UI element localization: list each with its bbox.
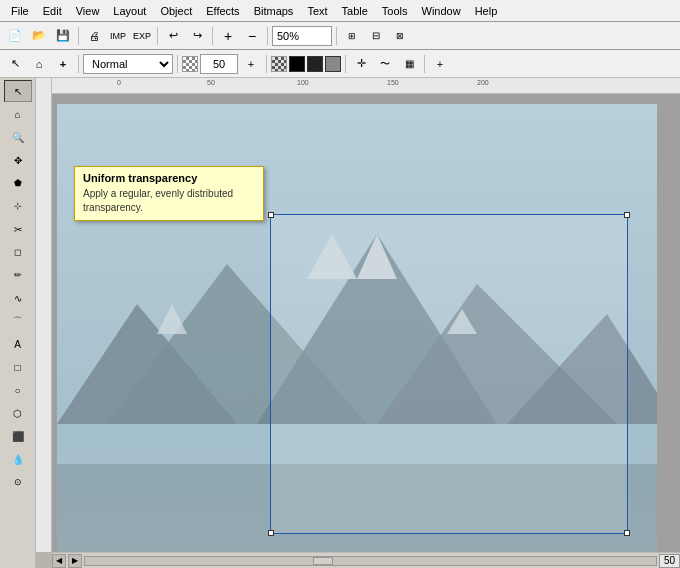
toolbar1: 📄 📂 💾 🖨 IMP EXP ↩ ↪ + − 50% ⊞ ⊟ ⊠ [0,22,680,50]
menu-tools[interactable]: Tools [375,3,415,19]
text-tool[interactable]: A [4,333,32,355]
bezier-tool[interactable]: ∿ [4,287,32,309]
import-button[interactable]: IMP [107,25,129,47]
ruler-top: 0 50 100 150 200 [52,78,680,94]
zoom-out-button[interactable]: − [241,25,263,47]
outline-tool[interactable]: ⊙ [4,471,32,493]
sep1 [78,27,79,45]
tb-dark-btn[interactable] [307,56,323,72]
ruler-tick-0: 0 [117,79,121,86]
connector-tool[interactable]: ⌒ [4,310,32,332]
scroll-thumb[interactable] [313,557,333,565]
sep3 [212,27,213,45]
sep10 [424,55,425,73]
page-number: 50 [659,554,680,568]
menu-edit[interactable]: Edit [36,3,69,19]
open-button[interactable]: 📂 [28,25,50,47]
menu-help[interactable]: Help [468,3,505,19]
zoom-tool[interactable]: 🔍 [4,126,32,148]
tooltip-description: Apply a regular, evenly distributed tran… [83,187,255,215]
handle-tr[interactable] [624,212,630,218]
ruler-tick-100: 100 [297,79,309,86]
menu-bitmaps[interactable]: Bitmaps [247,3,301,19]
crop-tool[interactable]: ⊹ [4,195,32,217]
sep8 [266,55,267,73]
snap-button[interactable]: ⊠ [389,25,411,47]
undo-button[interactable]: ↩ [162,25,184,47]
fill-tool[interactable]: ⬛ [4,425,32,447]
menu-view[interactable]: View [69,3,107,19]
tools-panel: ↖ ⌂ 🔍 ✥ ⬟ ⊹ ✂ ◻ ✏ ∿ ⌒ A □ ○ ⬡ ⬛ 💧 ⊙ [0,78,36,568]
gradient-btn[interactable]: ▦ [398,53,420,75]
scroll-left-btn[interactable]: ◀ [52,554,66,568]
menu-effects[interactable]: Effects [199,3,246,19]
polygon-tool[interactable]: ⬡ [4,402,32,424]
scrollbar-bottom: ◀ ▶ 50 [52,552,680,568]
sep7 [177,55,178,73]
menubar: File Edit View Layout Object Effects Bit… [0,0,680,22]
scroll-right-btn[interactable]: ▶ [68,554,82,568]
grid-button[interactable]: ⊟ [365,25,387,47]
knife-tool[interactable]: ✂ [4,218,32,240]
selection-rect [270,214,628,534]
freehand-tool[interactable]: ⌂ [4,103,32,125]
canvas-content[interactable] [52,94,680,552]
eyedropper-tool[interactable]: 💧 [4,448,32,470]
toolbar2: ↖ ⌂ + Normal Multiply Screen 50 + ✛ 〜 ▦ … [0,50,680,78]
zoom-input[interactable]: 50% [272,26,332,46]
ellipse-tool[interactable]: ○ [4,379,32,401]
ruler-tick-200: 200 [477,79,489,86]
eraser-tool[interactable]: ◻ [4,241,32,263]
scroll-track[interactable] [84,556,657,566]
home-tool-btn[interactable]: ⌂ [28,53,50,75]
opacity-input[interactable]: 50 [200,54,238,74]
mode-select[interactable]: Normal Multiply Screen [83,54,173,74]
menu-window[interactable]: Window [415,3,468,19]
redo-button[interactable]: ↪ [186,25,208,47]
pointer-tool-btn[interactable]: ↖ [4,53,26,75]
new-button[interactable]: 📄 [4,25,26,47]
sep6 [78,55,79,73]
menu-table[interactable]: Table [335,3,375,19]
menu-object[interactable]: Object [153,3,199,19]
select-tool[interactable]: ↖ [4,80,32,102]
shape-tool[interactable]: ⬟ [4,172,32,194]
print-button[interactable]: 🖨 [83,25,105,47]
menu-text[interactable]: Text [300,3,334,19]
ruler-left [36,78,52,552]
sep4 [267,27,268,45]
menu-layout[interactable]: Layout [106,3,153,19]
sep5 [336,27,337,45]
tb-gray-btn[interactable] [325,56,341,72]
crosshair-btn[interactable]: ✛ [350,53,372,75]
menu-file[interactable]: File [4,3,36,19]
ruler-tick-50: 50 [207,79,215,86]
wave-btn[interactable]: 〜 [374,53,396,75]
ruler-ticks-top: 0 50 100 150 200 [52,78,680,93]
tb-black-btn[interactable] [289,56,305,72]
sep9 [345,55,346,73]
rect-tool[interactable]: □ [4,356,32,378]
checker-icon [182,56,198,72]
canvas-wrapper: 0 50 100 150 200 [36,78,680,568]
tooltip-title: Uniform transparency [83,172,255,184]
handle-bl[interactable] [268,530,274,536]
export-button[interactable]: EXP [131,25,153,47]
opacity-plus-btn[interactable]: + [240,53,262,75]
fit-button[interactable]: ⊞ [341,25,363,47]
sep2 [157,27,158,45]
main-area: ↖ ⌂ 🔍 ✥ ⬟ ⊹ ✂ ◻ ✏ ∿ ⌒ A □ ○ ⬡ ⬛ 💧 ⊙ 0 50… [0,78,680,568]
checker2-icon [271,56,287,72]
ruler-tick-150: 150 [387,79,399,86]
add-col-btn[interactable]: + [429,53,451,75]
pencil-tool[interactable]: ✏ [4,264,32,286]
handle-br[interactable] [624,530,630,536]
pan-tool[interactable]: ✥ [4,149,32,171]
add-btn[interactable]: + [52,53,74,75]
zoom-in-button[interactable]: + [217,25,239,47]
tooltip: Uniform transparency Apply a regular, ev… [74,166,264,221]
handle-tl[interactable] [268,212,274,218]
save-button[interactable]: 💾 [52,25,74,47]
